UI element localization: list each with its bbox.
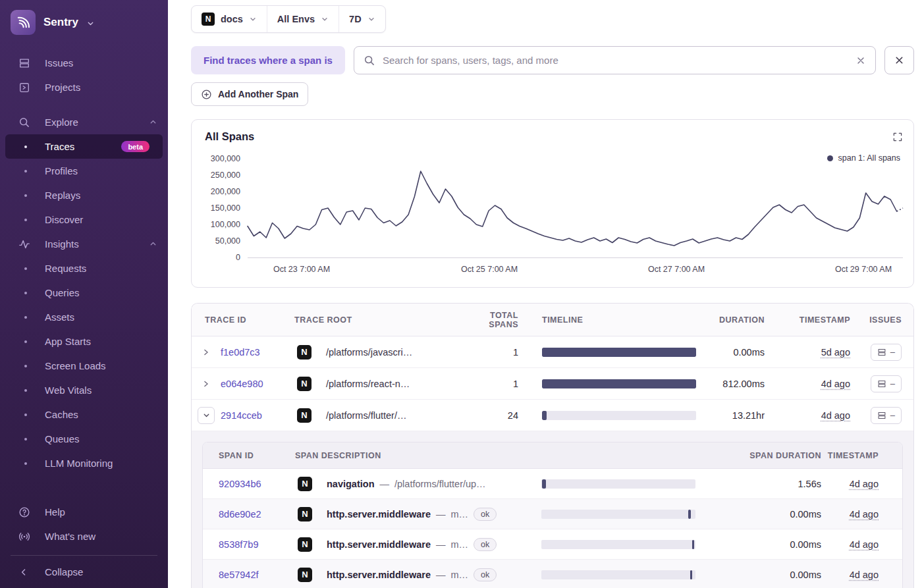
issues-count: – [890,410,895,420]
add-another-span-button[interactable]: Add Another Span [191,82,308,106]
bullet-icon [24,292,27,294]
collapse-trace-button[interactable] [192,407,221,424]
sidebar-item-issues[interactable]: Issues [0,51,168,75]
timestamp[interactable]: 4d ago [850,539,879,550]
issues-count: – [890,379,895,388]
span-search-input[interactable] [383,55,848,66]
span-detail: /platforms/flutter/up… [394,479,486,489]
issues-icon [877,348,886,357]
sidebar-item-label: Requests [45,263,86,274]
column-header-span-duration: SPAN DURATION [695,451,827,460]
y-axis-tick: 250,000 [193,170,240,180]
beta-badge: beta [121,141,149,152]
collapse-sidebar-button[interactable]: Collapse [0,560,168,584]
sidebar-item-discover[interactable]: Discover [0,207,168,232]
plus-circle-icon [201,89,212,100]
bullet-icon [24,438,27,441]
sidebar-item-screen-loads[interactable]: Screen Loads [0,354,168,378]
spans-subtable: SPAN ID SPAN DESCRIPTION SPAN DURATION T… [202,442,903,588]
expand-trace-button[interactable] [192,348,221,357]
environment-filter[interactable]: All Envs [267,6,339,32]
separator: — [380,479,390,489]
trace-id-link[interactable]: e064e980 [221,379,294,389]
issues-count: – [890,347,895,357]
trace-id-link[interactable]: 2914cceb [221,410,294,421]
nextjs-platform-icon: N [297,377,312,391]
issues-count-pill[interactable]: – [871,375,902,392]
spans-subtable-header: SPAN ID SPAN DESCRIPTION SPAN DURATION T… [203,442,902,469]
sidebar-item-queues[interactable]: Queues [0,427,168,451]
column-header-trace-id: TRACE ID [192,315,294,325]
timestamp[interactable]: 4d ago [850,479,879,489]
sidebar-item-help[interactable]: Help [0,500,168,524]
expand-chart-button[interactable] [892,132,903,142]
span-id-link[interactable]: 8e57942f [203,570,295,580]
sidebar-item-profiles[interactable]: Profiles [0,159,168,183]
column-header-trace-root: TRACE ROOT [294,315,477,325]
y-axis-tick: 200,000 [193,186,240,197]
project-filter-value: docs [221,14,243,24]
timeline-bar [542,348,696,357]
timeline-track [541,479,695,489]
chevron-down-icon [86,19,95,28]
org-switcher[interactable]: Sentry [0,0,168,45]
column-header-timestamp: TIMESTAMP [774,315,850,325]
expand-trace-button[interactable] [192,379,221,388]
sidebar-section-explore[interactable]: Explore [0,110,168,134]
sidebar-item-assets[interactable]: Assets [0,305,168,329]
nextjs-platform-icon: N [202,13,215,26]
sidebar-item-projects[interactable]: Projects [0,75,168,99]
y-axis-tick: 300,000 [193,153,240,164]
clear-search-icon[interactable] [855,55,866,66]
trace-root: /platforms/flutter/… [319,410,477,421]
timestamp[interactable]: 4d ago [850,570,879,580]
expanded-trace-panel: SPAN ID SPAN DESCRIPTION SPAN DURATION T… [192,431,913,588]
x-axis-tick: Oct 25 7:00 AM [461,265,518,274]
span-description: http.server.middleware — m… ok [320,568,523,581]
sidebar-item-traces[interactable]: Traces beta [5,134,163,159]
add-another-span-label: Add Another Span [218,89,298,99]
sidebar-item-web-vitals[interactable]: Web Vitals [0,378,168,402]
page-filter-bar: N docs All Envs 7D [191,5,386,33]
separator: — [436,509,446,520]
timeline-bar [542,411,547,420]
sidebar-item-app-starts[interactable]: App Starts [0,329,168,354]
timestamp[interactable]: 4d ago [850,509,879,520]
nextjs-platform-icon: N [297,345,312,360]
sidebar-item-whats-new[interactable]: What's new [0,524,168,548]
sidebar-item-replays[interactable]: Replays [0,183,168,207]
sidebar-item-requests[interactable]: Requests [0,256,168,281]
span-op: http.server.middleware [327,509,431,520]
project-filter[interactable]: N docs [192,6,267,32]
spans-line-chart[interactable] [248,159,903,257]
timestamp[interactable]: 4d ago [821,410,850,421]
timeline-cell [524,348,696,357]
chevron-down-icon [367,15,375,23]
span-search-box[interactable] [354,46,876,74]
sidebar-item-label: Help [45,506,65,518]
timestamp[interactable]: 4d ago [821,379,850,389]
search-icon [364,55,375,67]
bullet-icon [24,316,27,319]
sidebar-item-queries[interactable]: Queries [0,281,168,305]
timeline-track [542,411,696,420]
timeline-bar [690,570,692,579]
sidebar-item-label: Replays [45,190,80,201]
timestamp[interactable]: 5d ago [821,347,850,358]
sidebar-item-llm-monitoring[interactable]: LLM Monitoring [0,451,168,475]
span-id-link[interactable]: 920934b6 [203,479,295,489]
sidebar-section-insights[interactable]: Insights [0,232,168,256]
issues-count-pill[interactable]: – [871,344,902,361]
trace-id-link[interactable]: f1e0d7c3 [221,347,294,358]
span-id-link[interactable]: 8538f7b9 [203,539,295,550]
separator: — [436,539,446,550]
span-description: http.server.middleware — m… ok [320,508,523,521]
date-range-filter[interactable]: 7D [339,6,385,32]
sidebar-item-caches[interactable]: Caches [0,402,168,427]
span-duration: 1.56s [695,479,827,489]
span-condition-chip[interactable]: Find traces where a span is [191,46,345,74]
issues-count-pill[interactable]: – [871,407,902,424]
remove-span-condition-button[interactable] [884,46,914,74]
column-header-duration: DURATION [696,315,774,325]
span-id-link[interactable]: 8d6e90e2 [203,509,295,520]
